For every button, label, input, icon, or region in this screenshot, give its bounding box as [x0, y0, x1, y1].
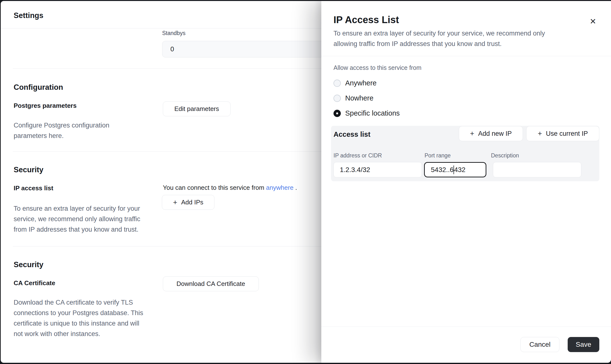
plus-icon: +: [538, 130, 542, 137]
ip-address-input[interactable]: 1.2.3.4/32: [333, 162, 422, 177]
connect-suffix: .: [295, 184, 297, 191]
page-title: Settings: [14, 11, 43, 20]
add-new-ip-label: Add new IP: [478, 130, 512, 137]
ip-access-list-drawer: IP Access List ✕ To ensure an extra laye…: [321, 1, 611, 363]
postgres-parameters-label: Postgres parameters: [14, 102, 77, 109]
configuration-heading: Configuration: [14, 83, 63, 92]
security-ip-description: To ensure an extra layer of security for…: [14, 203, 144, 235]
plus-icon: +: [173, 199, 177, 206]
ip-access-list-label: IP access list: [14, 184, 53, 192]
column-ip-address: IP address or CIDR: [333, 152, 382, 159]
port-range-input[interactable]: 5432..6432: [424, 162, 486, 177]
radio-option-anywhere[interactable]: Anywhere: [333, 79, 377, 87]
download-ca-certificate-button[interactable]: Download CA Certificate: [163, 276, 259, 291]
divider: [321, 326, 611, 327]
divider: [321, 56, 611, 56]
edit-parameters-label: Edit parameters: [174, 105, 219, 113]
radio-label: Nowhere: [345, 94, 373, 102]
standbys-value: 0: [170, 46, 174, 53]
cancel-button[interactable]: Cancel: [520, 337, 559, 352]
plus-icon: +: [470, 130, 474, 137]
port-range-value-after: 432: [454, 166, 465, 174]
use-current-ip-label: Use current IP: [546, 130, 588, 137]
drawer-title: IP Access List: [333, 14, 399, 25]
radio-option-nowhere[interactable]: Nowhere: [333, 94, 373, 102]
download-ca-label: Download CA Certificate: [176, 280, 245, 288]
radio-unselected-icon[interactable]: [333, 95, 341, 102]
ip-address-value: 1.2.3.4/32: [340, 166, 370, 174]
access-list-heading: Access list: [333, 130, 371, 138]
save-button[interactable]: Save: [568, 337, 599, 352]
save-label: Save: [576, 341, 591, 349]
add-ips-button[interactable]: + Add IPs: [162, 195, 214, 210]
radio-label: Specific locations: [345, 109, 400, 117]
configuration-description: Configure Postgres configuration paramet…: [14, 120, 126, 141]
column-port-range: Port range: [425, 152, 451, 159]
radio-selected-icon[interactable]: [333, 110, 341, 117]
radio-option-specific-locations[interactable]: Specific locations: [333, 109, 400, 117]
anywhere-link[interactable]: anywhere: [266, 184, 293, 191]
use-current-ip-button[interactable]: + Use current IP: [526, 126, 599, 141]
connect-from-text: You can connect to this service from any…: [163, 184, 297, 192]
drawer-description: To ensure an extra layer of security for…: [333, 28, 562, 49]
close-icon[interactable]: ✕: [587, 15, 599, 28]
security-ca-description: Download the CA certificate to verify TL…: [14, 297, 150, 339]
ca-certificate-label: CA Certificate: [14, 279, 55, 287]
connect-prefix: You can connect to this service from: [163, 184, 266, 191]
add-new-ip-button[interactable]: + Add new IP: [459, 126, 523, 141]
allow-access-label: Allow access to this service from: [333, 64, 421, 71]
security-ip-heading: Security: [14, 166, 43, 174]
column-description: Description: [491, 152, 519, 159]
standbys-label: Standbys: [162, 30, 186, 37]
radio-unselected-icon[interactable]: [333, 79, 341, 87]
port-range-value-before: 5432..6: [431, 166, 453, 174]
description-input[interactable]: [493, 162, 581, 177]
radio-label: Anywhere: [345, 79, 377, 87]
security-ca-heading: Security: [14, 260, 43, 269]
edit-parameters-button[interactable]: Edit parameters: [163, 102, 230, 116]
add-ips-label: Add IPs: [181, 198, 203, 206]
cancel-label: Cancel: [529, 341, 550, 349]
